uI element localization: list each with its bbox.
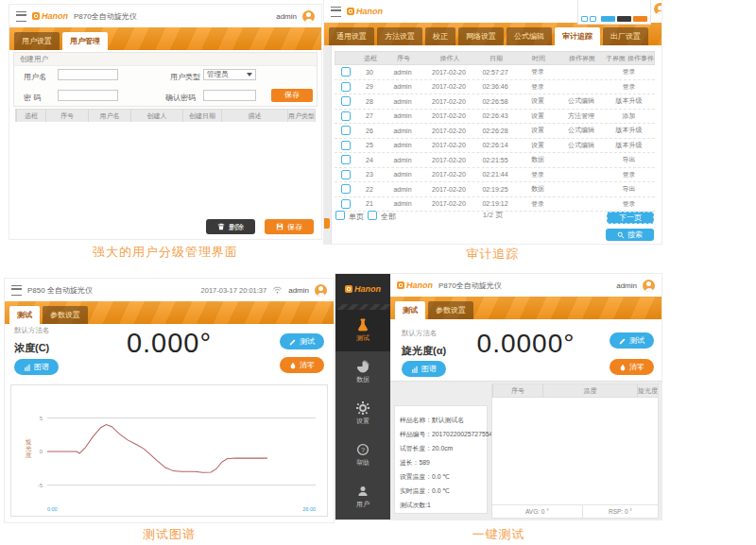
row-checkbox[interactable]: [335, 139, 357, 153]
sidebar-item-user[interactable]: 用户: [335, 476, 390, 518]
tab[interactable]: 测试: [395, 301, 425, 319]
checkbox-icon: [341, 199, 351, 209]
tab[interactable]: 网络设置: [458, 27, 504, 45]
lower-panel: 样品名称： 默认测试名 样品编号： 20170220025727554 试管长度…: [390, 381, 662, 519]
table-cell: 25: [357, 139, 382, 153]
single-page-checkbox[interactable]: [335, 211, 345, 222]
save-button[interactable]: 保存: [265, 219, 314, 234]
sidebar-item-settings[interactable]: 设置: [335, 393, 390, 434]
zero-button[interactable]: 清零: [610, 359, 654, 375]
next-page-button[interactable]: 下一页: [607, 212, 654, 224]
row-checkbox[interactable]: [335, 197, 357, 212]
test-button[interactable]: 测试: [610, 332, 654, 349]
row-checkbox[interactable]: [335, 65, 357, 79]
result-table-body: [492, 398, 658, 504]
row-checkbox[interactable]: [335, 153, 357, 167]
row-checkbox[interactable]: [335, 168, 357, 182]
delete-label: 删除: [229, 222, 244, 232]
column-header: 选框: [16, 110, 45, 123]
table-cell: admin: [382, 124, 423, 138]
avatar[interactable]: [302, 10, 315, 23]
row-checkbox[interactable]: [335, 80, 357, 94]
hamburger-menu-icon[interactable]: [11, 285, 22, 296]
screenshot-user-management: Hanon P870全自动旋光仪 admin 用户设置用户管理 创建用户 用户名…: [9, 5, 321, 239]
tab[interactable]: 参数设置: [43, 306, 88, 324]
tab[interactable]: 校正: [425, 27, 455, 45]
checkbox-icon: [341, 96, 351, 106]
table-cell: 版本升级: [603, 124, 655, 138]
confirm-password-input[interactable]: [203, 90, 256, 101]
info-row: 实时温度： 0.0 ℃: [400, 484, 482, 498]
table-cell: 2017-02-20: [423, 153, 474, 167]
zero-button[interactable]: 清零: [280, 357, 324, 373]
table-cell: 数据: [516, 153, 559, 167]
tab[interactable]: 测试: [9, 306, 40, 324]
password-input[interactable]: [58, 90, 118, 101]
tab[interactable]: 方法设置: [377, 27, 422, 45]
avatar[interactable]: [643, 280, 655, 292]
row-checkbox[interactable]: [335, 94, 357, 109]
tab[interactable]: 用户设置: [14, 32, 60, 50]
table-cell: 添加: [603, 110, 655, 124]
tab[interactable]: 用户管理: [62, 32, 108, 50]
checkbox-icon: [341, 126, 351, 135]
table-cell: 登录: [516, 168, 559, 182]
info-value: 0.0 ℃: [432, 484, 450, 498]
sidebar: Hanon 测试 数据 设置 ? 帮助 用户: [335, 274, 390, 519]
info-label: 测试次数:: [400, 498, 427, 512]
sidebar-item-data[interactable]: 数据: [335, 351, 390, 393]
caption-user-management: 强大的用户分级管理界面: [9, 244, 321, 261]
dialog-checkbox[interactable]: [590, 16, 596, 22]
spectrum-button[interactable]: 图谱: [402, 361, 446, 377]
dialog-button-orange[interactable]: [633, 16, 647, 22]
table-cell: admin: [382, 139, 423, 153]
spectrum-button[interactable]: 图谱: [14, 359, 59, 375]
column-header: 创建人: [130, 110, 182, 123]
dialog-button-dark[interactable]: [617, 16, 631, 22]
search-icon: [617, 231, 625, 239]
dialog-checkbox[interactable]: [581, 16, 588, 22]
table-cell: admin: [382, 110, 423, 124]
svg-text:0:00: 0:00: [47, 506, 58, 512]
hamburger-menu-icon[interactable]: [331, 7, 341, 17]
sidebar-item-help[interactable]: ? 帮助: [335, 434, 390, 476]
usertype-select[interactable]: 管理员: [203, 69, 256, 80]
row-checkbox[interactable]: [335, 124, 357, 138]
info-value: 20170220025727554: [432, 427, 492, 441]
tab-bar: 测试参数设置: [390, 297, 662, 319]
sidebar-item-test[interactable]: 测试: [335, 310, 390, 351]
table-cell: 23: [357, 168, 382, 182]
form-save-button[interactable]: 保存: [271, 89, 313, 102]
svg-text:-5: -5: [38, 483, 43, 488]
table-row: 23admin2017-02-2002:21:44登录登录: [335, 168, 655, 183]
all-checkbox[interactable]: [368, 211, 377, 222]
username-input[interactable]: [58, 69, 118, 80]
search-button[interactable]: 搜索: [606, 229, 654, 241]
row-checkbox[interactable]: [335, 110, 357, 124]
column-header: 序号: [45, 110, 88, 123]
delete-button[interactable]: 删除: [206, 219, 255, 234]
table-cell: 2017-02-20: [423, 182, 474, 196]
row-checkbox[interactable]: [335, 182, 357, 196]
dialog-button-blue[interactable]: [601, 16, 615, 22]
checkbox-icon: [341, 184, 351, 194]
hamburger-menu-icon[interactable]: [16, 11, 26, 22]
tab[interactable]: 出厂设置: [603, 27, 648, 45]
tab[interactable]: 通用设置: [329, 27, 374, 45]
tab[interactable]: 参数设置: [428, 301, 473, 319]
app-title: P870全自动旋光仪: [438, 281, 502, 291]
trash-icon: [217, 223, 225, 230]
confirm-password-label: 确认密码: [165, 93, 196, 103]
audit-table: 选框序号操作人日期时间操作界面子界面操作事件 30admin2017-02-20…: [335, 51, 655, 212]
test-button[interactable]: 测试: [280, 333, 324, 349]
next-page-label: 下一页: [619, 213, 642, 223]
table-row: 29admin2017-02-2002:36:46登录登录: [335, 80, 655, 95]
tab[interactable]: 公式编辑: [507, 27, 552, 45]
sidebar-item-label: 数据: [356, 375, 369, 384]
left-edge-strip: [324, 45, 332, 244]
table-cell: 导出: [603, 153, 655, 167]
tab[interactable]: 审计追踪: [555, 27, 600, 45]
avatar[interactable]: [315, 284, 327, 297]
zero-button-label: 清零: [629, 362, 644, 372]
app-header: P850 全自动旋光仪 2017-03-17 20:01:37 admin: [5, 279, 334, 301]
